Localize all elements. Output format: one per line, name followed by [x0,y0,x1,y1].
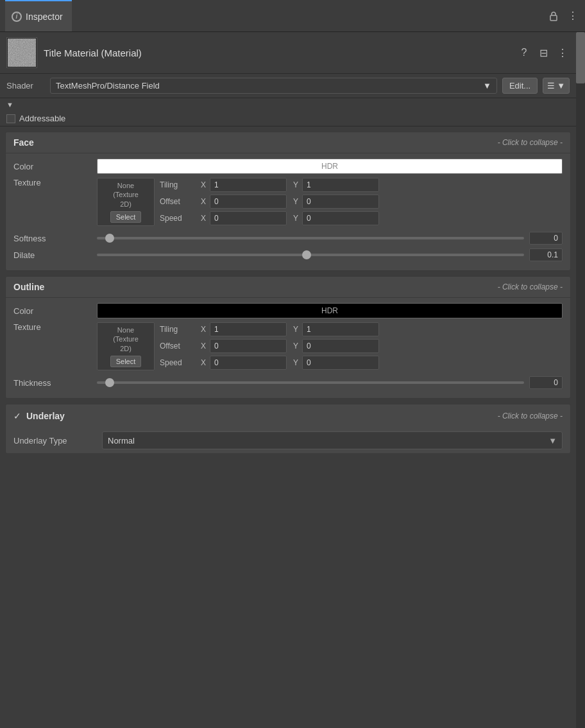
face-dilate-thumb[interactable] [302,250,311,259]
face-section-header[interactable]: Face - Click to collapse - [6,132,570,153]
face-speed-y-input[interactable] [302,211,379,225]
shader-row: Shader TextMeshPro/Distance Field ▼ Edit… [0,74,576,98]
fold-arrow-icon: ▼ [6,101,13,108]
face-dilate-label: Dilate [13,250,97,260]
shader-list-button[interactable]: ☰ ▼ [543,78,570,94]
inspector-header: i Inspector ⋮ [0,0,585,32]
inspector-icon: i [12,12,22,22]
outline-section-header[interactable]: Outline - Click to collapse - [6,277,570,298]
face-texture-select-btn[interactable]: Select [110,211,142,223]
outline-speed-x-input[interactable] [210,356,287,370]
material-help-icon[interactable]: ? [517,46,531,60]
face-speed-x-input[interactable] [210,211,287,225]
scrollbar-track[interactable] [576,32,585,728]
outline-offset-x-input[interactable] [210,339,287,353]
outline-speed-x-label: X [201,358,206,367]
outline-offset-row: Offset X Y [160,339,563,353]
more-options-icon[interactable]: ⋮ [566,9,580,23]
material-name: Title Material (Material) [44,48,511,58]
material-sliders-icon[interactable]: ⊟ [536,46,550,60]
face-tiling-x-input[interactable] [210,178,287,192]
underlay-check[interactable]: ✓ [13,411,21,421]
face-softness-value[interactable]: 0 [529,232,563,245]
underlay-header[interactable]: ✓ Underlay - Click to collapse - [6,404,570,428]
lock-icon[interactable] [547,9,561,23]
addressable-checkbox[interactable] [6,114,15,123]
face-dilate-value[interactable]: 0.1 [529,248,563,261]
outline-texture-select-btn[interactable]: Select [110,356,142,367]
outline-thickness-value[interactable]: 0 [529,376,563,389]
svg-rect-0 [550,15,557,21]
outline-thickness-row: Thickness 0 [13,376,563,389]
outline-speed-y-input[interactable] [302,356,379,370]
outline-offset-y-input[interactable] [302,339,379,353]
scrollbar-thumb[interactable] [576,32,585,83]
outline-color-value[interactable]: HDR [97,303,563,318]
main-content: Title Material (Material) ? ⊟ ⋮ Shader T… [0,32,585,728]
face-offset-label: Offset [160,197,198,206]
outline-thickness-thumb[interactable] [105,378,114,387]
outline-tiling-row: Tiling X Y [160,322,563,336]
outline-offset-y-label: Y [293,342,298,351]
face-speed-label: Speed [160,214,198,223]
face-section-body: Color HDR Texture None (Texture 2D) Sele… [6,153,570,270]
face-softness-row: Softness 0 [13,232,563,245]
shader-edit-button[interactable]: Edit... [502,78,538,94]
underlay-type-dropdown[interactable]: Normal ▼ [102,431,563,449]
face-collapse-link[interactable]: - Click to collapse - [498,138,563,147]
face-color-value[interactable]: HDR [97,159,563,174]
outline-tiling-x-input[interactable] [210,322,287,336]
material-more-icon[interactable]: ⋮ [555,46,570,60]
outline-color-row: Color HDR [13,303,563,318]
face-softness-slider-container: 0 [97,232,563,245]
face-softness-track[interactable] [97,237,524,239]
face-color-label: Color [13,162,97,171]
face-softness-thumb[interactable] [105,234,114,243]
addressable-label: Addressable [19,114,65,123]
face-section-title: Face [13,137,34,148]
face-texture-grid: Tiling X Y Offset X Y [160,178,563,228]
face-texture-thumb[interactable]: None (Texture 2D) Select [97,178,155,226]
inspector-tab[interactable]: i Inspector [5,0,72,31]
shader-dropdown[interactable]: TextMeshPro/Distance Field ▼ [50,78,497,94]
outline-section-body: Color HDR Texture None (Texture 2D) Sele… [6,298,570,398]
face-tiling-label: Tiling [160,180,198,189]
outline-speed-y-label: Y [293,358,298,367]
face-tiling-y-input[interactable] [302,178,379,192]
face-offset-y-input[interactable] [302,195,379,209]
underlay-collapse-link[interactable]: - Click to collapse - [498,412,563,420]
shader-dropdown-arrow: ▼ [483,81,491,91]
outline-tiling-y-input[interactable] [302,322,379,336]
face-speed-row: Speed X Y [160,211,563,225]
outline-texture-label: Texture [13,322,97,332]
fold-arrow[interactable]: ▼ [0,98,576,111]
face-dilate-slider-container: 0.1 [97,248,563,261]
outline-collapse-link[interactable]: - Click to collapse - [498,282,563,291]
outline-thickness-track[interactable] [97,381,524,384]
outline-speed-row: Speed X Y [160,356,563,370]
face-offset-x-input[interactable] [210,195,287,209]
outline-offset-x-label: X [201,342,206,351]
inspector-tab-label: Inspector [26,12,63,22]
outline-texture-grid: Tiling X Y Offset X Y [160,322,563,372]
underlay-type-value: Normal [108,436,135,446]
material-thumbnail [6,37,37,68]
outline-thickness-label: Thickness [13,378,97,388]
shader-label: Shader [6,81,45,91]
face-texture-label: Texture [13,178,97,187]
material-header: Title Material (Material) ? ⊟ ⋮ [0,32,576,74]
face-color-hdr[interactable]: HDR [97,159,563,174]
face-speed-x-label: X [201,214,206,223]
svg-rect-2 [8,39,36,67]
outline-offset-label: Offset [160,342,198,351]
outline-tiling-y-label: Y [293,325,298,334]
outline-texture-thumb[interactable]: None (Texture 2D) Select [97,322,155,370]
outline-section: Outline - Click to collapse - Color HDR … [5,276,571,399]
face-tiling-row: Tiling X Y [160,178,563,192]
outline-texture-widget: None (Texture 2D) Select Tiling X Y [97,322,563,372]
outline-texture-row: Texture None (Texture 2D) Select Tiling … [13,322,563,372]
face-section: Face - Click to collapse - Color HDR Tex… [5,132,571,271]
face-dilate-track[interactable] [97,254,524,256]
outline-color-hdr[interactable]: HDR [97,303,563,318]
outline-texture-none-text: None (Texture 2D) [113,325,139,353]
